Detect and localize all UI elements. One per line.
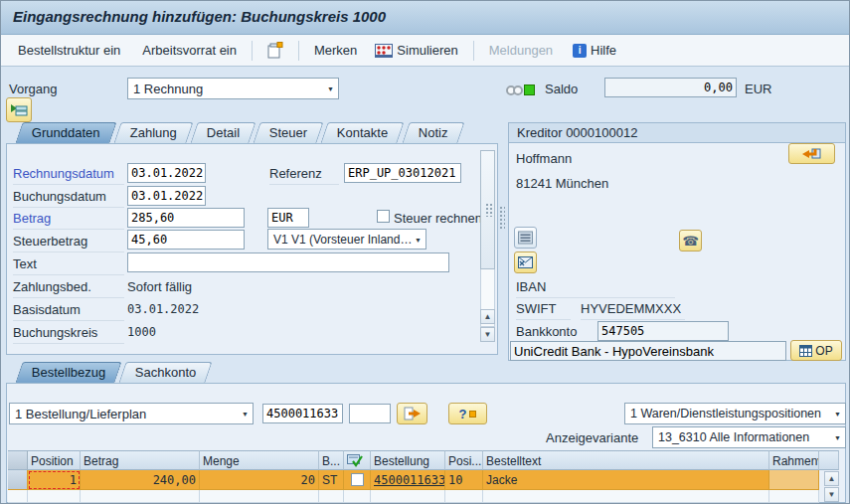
tab-bestellbezug[interactable]: Bestellbezug bbox=[15, 362, 122, 383]
cell-rahmen[interactable] bbox=[769, 470, 819, 490]
betrag-input[interactable]: 285,60 bbox=[127, 208, 245, 228]
kreditor-header: Kreditor 0000100012 bbox=[509, 123, 845, 143]
referenz-label: Referenz bbox=[269, 166, 339, 185]
mail-button[interactable] bbox=[514, 252, 537, 273]
item-tabstrip: Bestellbezug Sachkonto bbox=[19, 362, 214, 383]
col-betrag[interactable]: Betrag bbox=[81, 450, 200, 470]
cell-bestellung[interactable]: 4500011633 bbox=[371, 470, 445, 490]
op-button-label: OP bbox=[815, 344, 832, 358]
scroll-down-button[interactable]: ▼ bbox=[480, 327, 495, 342]
tab-zahlung[interactable]: Zahlung bbox=[113, 122, 193, 143]
tab-label: Detail bbox=[206, 123, 239, 143]
phone-button[interactable]: ☎ bbox=[679, 230, 702, 252]
scroll-down-icon: ▼ bbox=[484, 330, 492, 339]
position-input[interactable] bbox=[349, 404, 391, 423]
items-table-header: Position Betrag Menge B... Bestellung Po… bbox=[8, 450, 839, 470]
simulieren-label: Simulieren bbox=[397, 43, 457, 58]
referenztyp-select[interactable]: 1 Bestellung/Lieferplan ▼ bbox=[9, 403, 254, 424]
balance-status-lights bbox=[506, 82, 535, 99]
arbeitsvorrat-button[interactable]: Arbeitsvorrat ein bbox=[135, 39, 244, 62]
zahlungsbed-label: Zahlungsbed. bbox=[13, 279, 124, 298]
scrollbar-thumb[interactable] bbox=[480, 150, 495, 269]
buchungsdatum-input[interactable]: 03.01.2022 bbox=[127, 186, 206, 206]
cell-bestelltext[interactable]: Jacke bbox=[483, 470, 769, 490]
cell-menge[interactable]: 20 bbox=[200, 470, 319, 490]
clipboard-button[interactable] bbox=[260, 38, 290, 63]
info-icon: i bbox=[573, 44, 587, 58]
positionstyp-select[interactable]: 1 Waren/Dienstleistungspositionen ▼ bbox=[624, 403, 846, 424]
cell-pos[interactable]: 10 bbox=[445, 470, 483, 490]
anzeigevariante-label: Anzeigevariante bbox=[546, 430, 638, 445]
status-circle-icon bbox=[513, 85, 523, 95]
buchungskreis-value: 1000 bbox=[127, 325, 156, 339]
cell-empty bbox=[483, 490, 769, 503]
tab-grunddaten[interactable]: Grunddaten bbox=[15, 122, 116, 143]
referenz-input[interactable]: ERP_UP_03012021 bbox=[344, 163, 461, 183]
col-bestellung[interactable]: Bestellung bbox=[371, 450, 445, 470]
swift-value: HYVEDEMMXXX bbox=[581, 301, 685, 320]
bankkonto-field[interactable]: 547505 bbox=[597, 321, 729, 341]
bestellstruktur-button[interactable]: Bestellstruktur ein bbox=[11, 39, 127, 62]
col-position[interactable]: Position bbox=[28, 450, 81, 470]
ok-checkbox[interactable] bbox=[351, 473, 364, 486]
tab-kontakte[interactable]: Kontakte bbox=[321, 122, 406, 143]
cell-empty bbox=[769, 490, 819, 503]
panel-splitter-handle[interactable] bbox=[499, 206, 505, 230]
cell-bme[interactable]: ST bbox=[319, 470, 344, 490]
address-list-button[interactable] bbox=[514, 227, 537, 249]
steuer-rechnen-checkbox[interactable] bbox=[377, 210, 390, 223]
question-mark-icon: ? bbox=[459, 407, 467, 421]
col-bestelltext[interactable]: Bestelltext bbox=[483, 450, 769, 470]
merken-button[interactable]: Merken bbox=[307, 39, 364, 62]
rechnungsdatum-label: Rechnungsdatum bbox=[13, 166, 124, 185]
cell-position[interactable]: 1 bbox=[28, 470, 81, 490]
po-structure-button[interactable] bbox=[6, 97, 32, 122]
basisdatum-value: 03.01.2022 bbox=[127, 302, 199, 316]
table-scroll-down-button[interactable]: ▼ bbox=[824, 487, 839, 502]
row-selector[interactable] bbox=[8, 470, 28, 490]
steuerkennzeichen-select[interactable]: V1 V1 (Vorsteuer Inland… ▼ bbox=[267, 229, 426, 250]
vorgang-select[interactable]: 1 Rechnung ▼ bbox=[127, 78, 339, 99]
bestellung-link[interactable]: 4500011633 bbox=[374, 473, 445, 487]
cell-empty bbox=[344, 490, 371, 503]
table-scroll-up-button[interactable]: ▲ bbox=[824, 471, 839, 486]
adopt-button[interactable] bbox=[397, 403, 427, 424]
tab-label: Grunddaten bbox=[32, 123, 100, 143]
tab-detail[interactable]: Detail bbox=[190, 122, 255, 143]
rechnungsdatum-input[interactable]: 03.01.2022 bbox=[127, 163, 206, 183]
bank-name-field: UniCredit Bank - HypoVereinsbank bbox=[510, 341, 786, 361]
col-pos[interactable]: Posi... bbox=[445, 450, 483, 470]
tab-sachkonto[interactable]: Sachkonto bbox=[119, 362, 214, 383]
col-ok-flag[interactable] bbox=[344, 450, 371, 470]
cell-ok-flag[interactable] bbox=[344, 470, 371, 490]
scroll-up-button[interactable]: ▲ bbox=[480, 309, 495, 324]
referenztyp-value: 1 Bestellung/Lieferplan bbox=[15, 407, 146, 421]
col-bme[interactable]: B... bbox=[319, 450, 344, 470]
cell-betrag[interactable]: 240,00 bbox=[81, 470, 200, 490]
table-row[interactable]: 1 240,00 20 ST 4500011633 10 Jacke bbox=[8, 470, 819, 490]
scroll-up-icon: ▲ bbox=[828, 474, 836, 483]
bestellnummer-input[interactable]: 4500011633 bbox=[262, 404, 343, 423]
text-label: Text bbox=[13, 256, 124, 275]
anzeigevariante-value: 13_6310 Alle Informationen bbox=[658, 430, 809, 444]
search-help-button[interactable]: ? bbox=[448, 403, 487, 424]
header-tabstrip: Grunddaten Zahlung Detail Steuer Kontakt… bbox=[19, 122, 464, 143]
steuerbetrag-input[interactable]: 45,60 bbox=[127, 230, 245, 250]
tab-notiz[interactable]: Notiz bbox=[402, 122, 464, 143]
hilfe-button[interactable]: i Hilfe bbox=[566, 39, 623, 62]
col-rahmen[interactable]: Rahmenv bbox=[769, 450, 819, 470]
waehrung-input[interactable]: EUR bbox=[267, 208, 309, 228]
cell-empty bbox=[319, 490, 344, 503]
tab-steuer[interactable]: Steuer bbox=[253, 122, 324, 143]
text-input[interactable] bbox=[127, 252, 449, 272]
tab-label: Steuer bbox=[269, 123, 307, 143]
op-list-button[interactable]: OP bbox=[790, 340, 842, 361]
table-row-empty[interactable] bbox=[8, 490, 819, 503]
anzeigevariante-select[interactable]: 13_6310 Alle Informationen ▼ bbox=[652, 426, 846, 448]
simulieren-button[interactable]: Simulieren bbox=[368, 39, 464, 62]
col-menge[interactable]: Menge bbox=[200, 450, 319, 470]
vendor-display-button[interactable] bbox=[788, 143, 835, 164]
row-selector[interactable] bbox=[8, 490, 28, 503]
meldungen-button[interactable]: Meldungen bbox=[482, 39, 560, 62]
select-all-cell[interactable] bbox=[8, 450, 28, 470]
